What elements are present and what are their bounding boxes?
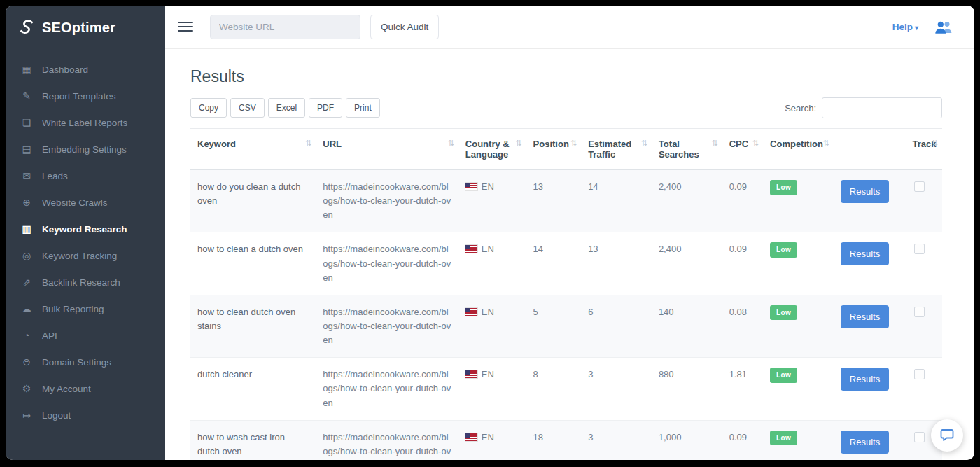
estimated-traffic-cell: 3 (581, 420, 652, 460)
estimated-traffic-cell: 6 (581, 295, 652, 357)
excel-export-button[interactable]: Excel (268, 98, 305, 118)
sort-icon[interactable]: ⇅ (641, 139, 648, 148)
pdf-export-button[interactable]: PDF (309, 98, 342, 118)
website-url-input[interactable] (210, 15, 360, 39)
help-menu[interactable]: Help▾ (892, 22, 918, 32)
track-checkbox[interactable] (914, 369, 925, 379)
sidebar-item-my-account[interactable]: ⚙ My Account (6, 375, 165, 402)
chat-widget-button[interactable] (931, 419, 963, 452)
column-header[interactable]: Keyword ⇅ (190, 129, 316, 170)
users-icon[interactable] (934, 20, 955, 34)
sidebar-item-dashboard[interactable]: ▦ Dashboard (6, 56, 165, 83)
dashboard-icon: ▦ (20, 64, 34, 75)
website-crawls-icon: ⊕ (20, 197, 34, 208)
column-header[interactable]: Position ⇅ (526, 129, 582, 170)
report-templates-icon: ✎ (20, 90, 34, 102)
country-language-cell: EN (458, 358, 526, 420)
results-button[interactable]: Results (841, 431, 889, 454)
sort-icon[interactable]: ⇅ (448, 139, 454, 148)
us-flag-icon (465, 308, 477, 316)
column-header[interactable]: CPC ⇅ (722, 129, 763, 170)
cpc-cell: 0.08 (722, 295, 763, 357)
estimated-traffic-cell: 3 (581, 358, 652, 420)
search-input[interactable] (822, 97, 942, 118)
column-header[interactable]: Track ⇅ (906, 129, 942, 170)
sidebar: SEOptimer ▦ Dashboard ✎ Report Templates… (6, 6, 165, 460)
table-row: dutch cleaner https://madeincookware.com… (190, 358, 942, 420)
sidebar-item-label: Website Crawls (42, 197, 108, 208)
column-header[interactable]: Estimated Traffic ⇅ (581, 129, 652, 170)
search-label: Search: (785, 103, 816, 113)
sidebar-item-report-templates[interactable]: ✎ Report Templates (6, 83, 165, 109)
track-checkbox[interactable] (914, 307, 925, 317)
total-searches-cell: 1,000 (652, 420, 722, 460)
competition-badge: Low (770, 431, 797, 446)
sidebar-item-backlink-research[interactable]: ⇗ Backlink Research (6, 269, 165, 295)
bulk-reporting-icon: ☁ (20, 303, 34, 314)
column-header[interactable]: Country & Language ⇅ (458, 129, 526, 170)
country-language-cell: EN (458, 295, 526, 357)
track-checkbox[interactable] (914, 244, 925, 254)
sidebar-item-bulk-reporting[interactable]: ☁ Bulk Reporting (6, 295, 165, 322)
api-icon: ◔ (20, 330, 34, 341)
column-header[interactable]: ⇅ (834, 129, 906, 170)
white-label-reports-icon: ❏ (20, 117, 34, 128)
sort-icon[interactable]: ⇅ (570, 139, 577, 148)
total-searches-cell: 140 (652, 295, 722, 357)
sidebar-item-leads[interactable]: ✉ Leads (6, 162, 165, 189)
action-cell: Results (834, 358, 906, 420)
track-checkbox[interactable] (914, 181, 925, 192)
sort-icon[interactable]: ⇅ (515, 139, 522, 148)
results-table-body: how do you clean a dutch oven https://ma… (190, 170, 942, 461)
quick-audit-button[interactable]: Quick Audit (370, 15, 439, 39)
column-header[interactable]: URL ⇅ (316, 129, 458, 170)
position-cell: 8 (526, 358, 582, 420)
brand[interactable]: SEOptimer (6, 6, 165, 49)
sidebar-item-keyword-tracking[interactable]: ◎ Keyword Tracking (6, 242, 165, 269)
track-cell (906, 295, 942, 357)
track-cell (906, 232, 942, 295)
results-button[interactable]: Results (841, 180, 889, 203)
cpc-cell: 0.09 (722, 420, 763, 460)
results-button[interactable]: Results (841, 368, 889, 391)
leads-icon: ✉ (20, 170, 34, 181)
us-flag-icon (465, 245, 477, 253)
competition-badge: Low (770, 180, 797, 195)
sidebar-item-label: Dashboard (42, 64, 88, 75)
keyword-cell: how to clean dutch oven stains (190, 295, 316, 357)
sidebar-item-domain-settings[interactable]: ⊜ Domain Settings (6, 349, 165, 375)
results-table: Keyword ⇅ URL ⇅ Country & Language ⇅ Pos… (190, 128, 942, 460)
copy-export-button[interactable]: Copy (190, 98, 227, 118)
sidebar-item-white-label-reports[interactable]: ❏ White Label Reports (6, 109, 165, 136)
csv-export-button[interactable]: CSV (230, 98, 265, 118)
sort-icon[interactable]: ⇅ (752, 139, 759, 148)
sidebar-item-label: Leads (42, 171, 68, 181)
column-header[interactable]: Competition ⇅ (763, 129, 834, 170)
sidebar-item-logout[interactable]: ↦ Logout (6, 402, 165, 428)
url-cell: https://madeincookware.com/blogs/how-to-… (316, 295, 458, 357)
print-export-button[interactable]: Print (346, 98, 380, 118)
results-button[interactable]: Results (841, 305, 889, 328)
embedding-settings-icon: ▤ (20, 144, 34, 155)
sort-icon[interactable]: ⇅ (823, 139, 830, 148)
competition-cell: Low (763, 232, 834, 295)
results-button[interactable]: Results (841, 242, 889, 265)
position-cell: 5 (526, 295, 582, 357)
sidebar-item-website-crawls[interactable]: ⊕ Website Crawls (6, 189, 165, 216)
column-header[interactable]: Total Searches ⇅ (652, 129, 722, 170)
right-pane: Quick Audit Help▾ Results Copy (165, 6, 974, 460)
hamburger-menu-icon[interactable] (178, 22, 193, 32)
position-cell: 18 (526, 420, 582, 460)
action-cell: Results (834, 420, 906, 460)
sidebar-item-api[interactable]: ◔ API (6, 322, 165, 349)
sort-icon[interactable]: ⇅ (932, 139, 938, 148)
estimated-traffic-cell: 13 (581, 232, 652, 295)
table-row: how to clean a dutch oven https://madein… (190, 232, 942, 295)
sort-icon[interactable]: ⇅ (711, 139, 718, 148)
sidebar-item-keyword-research[interactable]: ▥ Keyword Research (6, 216, 165, 242)
sort-icon[interactable]: ⇅ (305, 139, 312, 148)
logout-icon: ↦ (20, 410, 34, 421)
country-language-cell: EN (458, 232, 526, 295)
sidebar-item-embedding-settings[interactable]: ▤ Embedding Settings (6, 136, 165, 162)
track-checkbox[interactable] (914, 432, 925, 442)
